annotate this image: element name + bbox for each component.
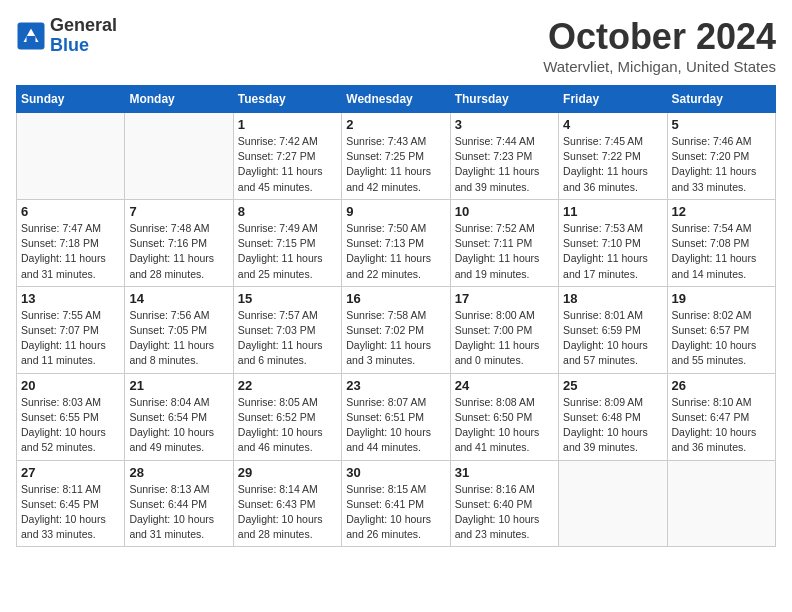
day-info: Sunrise: 8:08 AM Sunset: 6:50 PM Dayligh… — [455, 395, 554, 456]
calendar: SundayMondayTuesdayWednesdayThursdayFrid… — [16, 85, 776, 547]
day-number: 13 — [21, 291, 120, 306]
day-info: Sunrise: 7:49 AM Sunset: 7:15 PM Dayligh… — [238, 221, 337, 282]
day-number: 19 — [672, 291, 771, 306]
calendar-day-cell: 28Sunrise: 8:13 AM Sunset: 6:44 PM Dayli… — [125, 460, 233, 547]
day-number: 25 — [563, 378, 662, 393]
weekday-header: Monday — [125, 86, 233, 113]
calendar-day-cell: 7Sunrise: 7:48 AM Sunset: 7:16 PM Daylig… — [125, 199, 233, 286]
day-info: Sunrise: 8:14 AM Sunset: 6:43 PM Dayligh… — [238, 482, 337, 543]
calendar-day-cell: 6Sunrise: 7:47 AM Sunset: 7:18 PM Daylig… — [17, 199, 125, 286]
day-number: 12 — [672, 204, 771, 219]
calendar-day-cell: 10Sunrise: 7:52 AM Sunset: 7:11 PM Dayli… — [450, 199, 558, 286]
day-number: 9 — [346, 204, 445, 219]
day-number: 31 — [455, 465, 554, 480]
calendar-day-cell: 9Sunrise: 7:50 AM Sunset: 7:13 PM Daylig… — [342, 199, 450, 286]
title-block: October 2024 Watervliet, Michigan, Unite… — [543, 16, 776, 75]
day-info: Sunrise: 7:45 AM Sunset: 7:22 PM Dayligh… — [563, 134, 662, 195]
day-number: 14 — [129, 291, 228, 306]
day-info: Sunrise: 7:48 AM Sunset: 7:16 PM Dayligh… — [129, 221, 228, 282]
day-info: Sunrise: 7:57 AM Sunset: 7:03 PM Dayligh… — [238, 308, 337, 369]
day-info: Sunrise: 7:50 AM Sunset: 7:13 PM Dayligh… — [346, 221, 445, 282]
day-number: 29 — [238, 465, 337, 480]
logo-line2: Blue — [50, 35, 89, 55]
calendar-day-cell: 15Sunrise: 7:57 AM Sunset: 7:03 PM Dayli… — [233, 286, 341, 373]
calendar-day-cell — [17, 113, 125, 200]
calendar-day-cell: 14Sunrise: 7:56 AM Sunset: 7:05 PM Dayli… — [125, 286, 233, 373]
day-number: 15 — [238, 291, 337, 306]
day-info: Sunrise: 8:16 AM Sunset: 6:40 PM Dayligh… — [455, 482, 554, 543]
day-number: 26 — [672, 378, 771, 393]
day-number: 3 — [455, 117, 554, 132]
weekday-header: Wednesday — [342, 86, 450, 113]
calendar-header-row: SundayMondayTuesdayWednesdayThursdayFrid… — [17, 86, 776, 113]
day-number: 2 — [346, 117, 445, 132]
day-number: 11 — [563, 204, 662, 219]
calendar-day-cell: 4Sunrise: 7:45 AM Sunset: 7:22 PM Daylig… — [559, 113, 667, 200]
calendar-day-cell: 11Sunrise: 7:53 AM Sunset: 7:10 PM Dayli… — [559, 199, 667, 286]
weekday-header: Saturday — [667, 86, 775, 113]
day-info: Sunrise: 8:04 AM Sunset: 6:54 PM Dayligh… — [129, 395, 228, 456]
calendar-day-cell: 24Sunrise: 8:08 AM Sunset: 6:50 PM Dayli… — [450, 373, 558, 460]
day-number: 7 — [129, 204, 228, 219]
day-number: 22 — [238, 378, 337, 393]
day-info: Sunrise: 7:54 AM Sunset: 7:08 PM Dayligh… — [672, 221, 771, 282]
calendar-day-cell: 30Sunrise: 8:15 AM Sunset: 6:41 PM Dayli… — [342, 460, 450, 547]
day-number: 30 — [346, 465, 445, 480]
day-info: Sunrise: 8:00 AM Sunset: 7:00 PM Dayligh… — [455, 308, 554, 369]
calendar-day-cell: 21Sunrise: 8:04 AM Sunset: 6:54 PM Dayli… — [125, 373, 233, 460]
logo-icon — [16, 21, 46, 51]
calendar-day-cell: 17Sunrise: 8:00 AM Sunset: 7:00 PM Dayli… — [450, 286, 558, 373]
day-info: Sunrise: 7:47 AM Sunset: 7:18 PM Dayligh… — [21, 221, 120, 282]
logo-text: General Blue — [50, 16, 117, 56]
calendar-day-cell — [667, 460, 775, 547]
weekday-header: Tuesday — [233, 86, 341, 113]
calendar-day-cell — [559, 460, 667, 547]
day-info: Sunrise: 8:10 AM Sunset: 6:47 PM Dayligh… — [672, 395, 771, 456]
day-number: 8 — [238, 204, 337, 219]
calendar-week-row: 6Sunrise: 7:47 AM Sunset: 7:18 PM Daylig… — [17, 199, 776, 286]
day-info: Sunrise: 7:56 AM Sunset: 7:05 PM Dayligh… — [129, 308, 228, 369]
calendar-week-row: 27Sunrise: 8:11 AM Sunset: 6:45 PM Dayli… — [17, 460, 776, 547]
day-number: 10 — [455, 204, 554, 219]
calendar-day-cell: 20Sunrise: 8:03 AM Sunset: 6:55 PM Dayli… — [17, 373, 125, 460]
day-info: Sunrise: 8:13 AM Sunset: 6:44 PM Dayligh… — [129, 482, 228, 543]
day-number: 6 — [21, 204, 120, 219]
calendar-day-cell: 22Sunrise: 8:05 AM Sunset: 6:52 PM Dayli… — [233, 373, 341, 460]
day-info: Sunrise: 8:11 AM Sunset: 6:45 PM Dayligh… — [21, 482, 120, 543]
day-info: Sunrise: 7:55 AM Sunset: 7:07 PM Dayligh… — [21, 308, 120, 369]
calendar-day-cell: 25Sunrise: 8:09 AM Sunset: 6:48 PM Dayli… — [559, 373, 667, 460]
day-info: Sunrise: 7:53 AM Sunset: 7:10 PM Dayligh… — [563, 221, 662, 282]
day-number: 18 — [563, 291, 662, 306]
calendar-day-cell: 19Sunrise: 8:02 AM Sunset: 6:57 PM Dayli… — [667, 286, 775, 373]
day-number: 28 — [129, 465, 228, 480]
day-info: Sunrise: 7:46 AM Sunset: 7:20 PM Dayligh… — [672, 134, 771, 195]
day-info: Sunrise: 7:42 AM Sunset: 7:27 PM Dayligh… — [238, 134, 337, 195]
logo: General Blue — [16, 16, 117, 56]
calendar-day-cell: 31Sunrise: 8:16 AM Sunset: 6:40 PM Dayli… — [450, 460, 558, 547]
calendar-day-cell — [125, 113, 233, 200]
calendar-day-cell: 12Sunrise: 7:54 AM Sunset: 7:08 PM Dayli… — [667, 199, 775, 286]
day-info: Sunrise: 8:07 AM Sunset: 6:51 PM Dayligh… — [346, 395, 445, 456]
calendar-day-cell: 27Sunrise: 8:11 AM Sunset: 6:45 PM Dayli… — [17, 460, 125, 547]
day-number: 17 — [455, 291, 554, 306]
calendar-day-cell: 1Sunrise: 7:42 AM Sunset: 7:27 PM Daylig… — [233, 113, 341, 200]
day-info: Sunrise: 8:05 AM Sunset: 6:52 PM Dayligh… — [238, 395, 337, 456]
calendar-day-cell: 18Sunrise: 8:01 AM Sunset: 6:59 PM Dayli… — [559, 286, 667, 373]
weekday-header: Sunday — [17, 86, 125, 113]
svg-rect-2 — [27, 36, 36, 42]
calendar-day-cell: 23Sunrise: 8:07 AM Sunset: 6:51 PM Dayli… — [342, 373, 450, 460]
day-number: 5 — [672, 117, 771, 132]
day-info: Sunrise: 8:09 AM Sunset: 6:48 PM Dayligh… — [563, 395, 662, 456]
day-number: 27 — [21, 465, 120, 480]
day-number: 24 — [455, 378, 554, 393]
calendar-day-cell: 8Sunrise: 7:49 AM Sunset: 7:15 PM Daylig… — [233, 199, 341, 286]
calendar-day-cell: 13Sunrise: 7:55 AM Sunset: 7:07 PM Dayli… — [17, 286, 125, 373]
day-info: Sunrise: 7:52 AM Sunset: 7:11 PM Dayligh… — [455, 221, 554, 282]
page-header: General Blue October 2024 Watervliet, Mi… — [16, 16, 776, 75]
calendar-day-cell: 5Sunrise: 7:46 AM Sunset: 7:20 PM Daylig… — [667, 113, 775, 200]
day-info: Sunrise: 8:03 AM Sunset: 6:55 PM Dayligh… — [21, 395, 120, 456]
day-number: 23 — [346, 378, 445, 393]
day-info: Sunrise: 7:43 AM Sunset: 7:25 PM Dayligh… — [346, 134, 445, 195]
calendar-day-cell: 2Sunrise: 7:43 AM Sunset: 7:25 PM Daylig… — [342, 113, 450, 200]
weekday-header: Friday — [559, 86, 667, 113]
